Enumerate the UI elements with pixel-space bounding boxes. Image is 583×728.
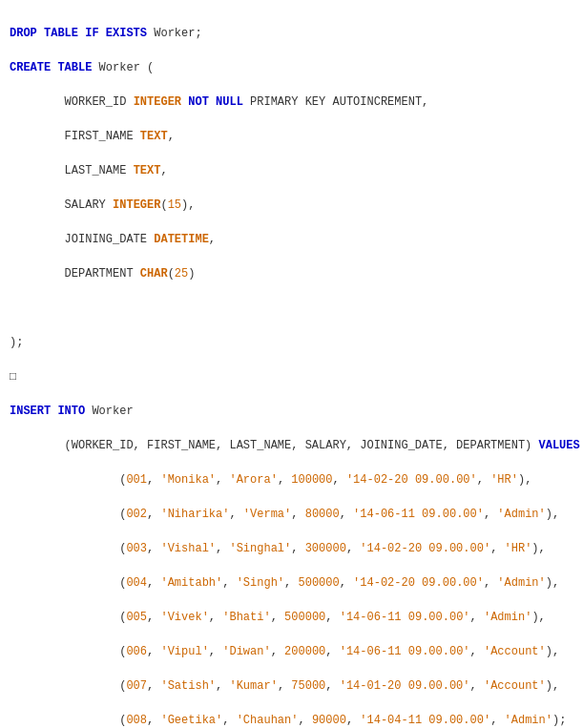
code-editor: DROP TABLE IF EXISTS Worker; CREATE TABL… — [10, 8, 573, 728]
